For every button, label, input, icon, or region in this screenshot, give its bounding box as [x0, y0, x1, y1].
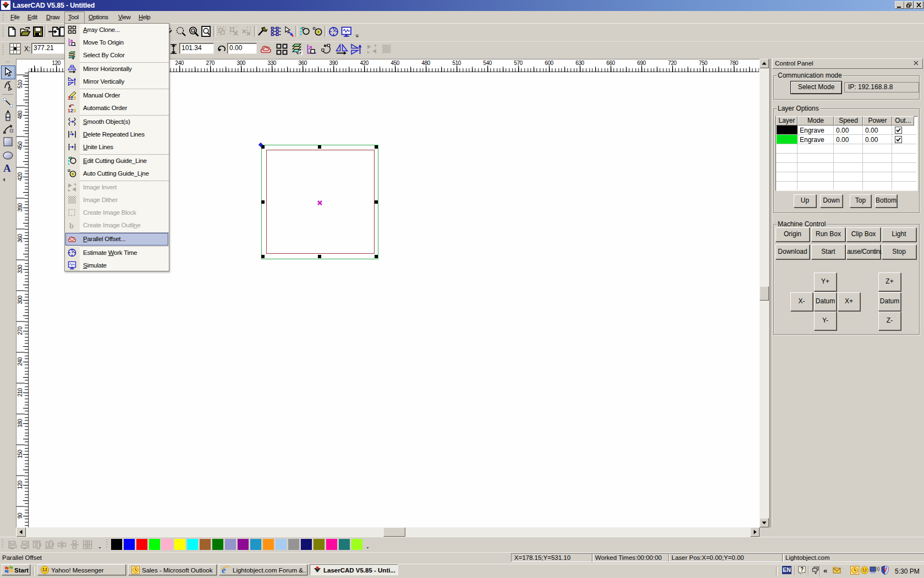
svg-text:3: 3: [73, 95, 76, 100]
svg-text:V: V: [883, 566, 887, 573]
svg-text:?: ?: [800, 566, 804, 572]
svg-text:3: 3: [73, 108, 76, 113]
svg-text:b: b: [69, 222, 74, 230]
